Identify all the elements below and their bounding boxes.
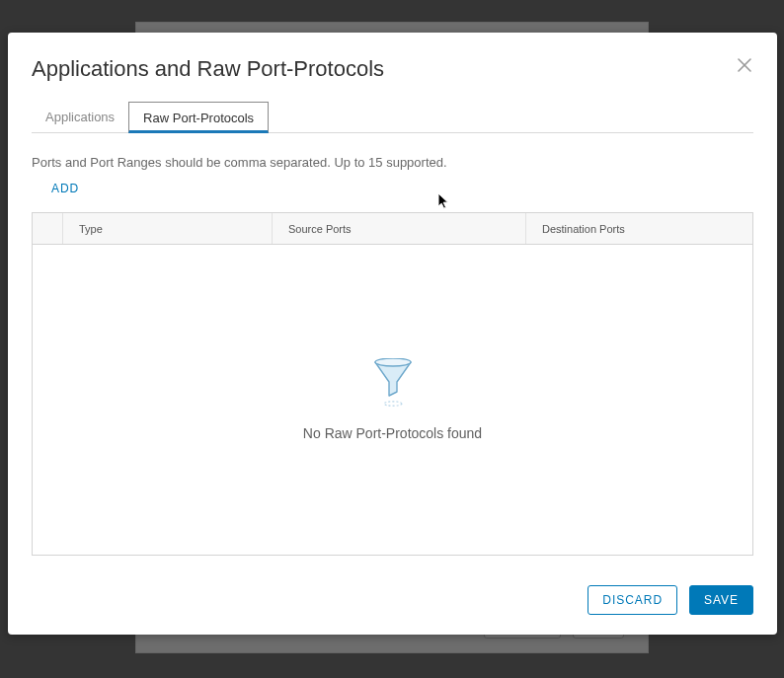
funnel-empty-icon bbox=[370, 358, 416, 408]
svg-point-3 bbox=[384, 402, 402, 406]
save-button[interactable]: SAVE bbox=[689, 585, 753, 615]
column-header-source-ports[interactable]: Source Ports bbox=[273, 213, 526, 244]
hint-text: Ports and Port Ranges should be comma se… bbox=[32, 155, 753, 170]
column-handle bbox=[33, 213, 63, 244]
tab-bar: Applications Raw Port-Protocols bbox=[32, 102, 753, 133]
close-button[interactable] bbox=[734, 54, 755, 76]
port-protocols-table: Type Source Ports Destination Ports No R… bbox=[32, 212, 753, 556]
table-header: Type Source Ports Destination Ports bbox=[33, 213, 752, 245]
table-body-empty: No Raw Port-Protocols found bbox=[33, 245, 752, 555]
close-icon bbox=[738, 58, 751, 72]
column-header-type[interactable]: Type bbox=[63, 213, 273, 244]
modal-footer: DISCARD SAVE bbox=[588, 585, 753, 615]
modal-title: Applications and Raw Port-Protocols bbox=[32, 56, 753, 82]
tab-raw-port-protocols[interactable]: Raw Port-Protocols bbox=[128, 102, 269, 133]
add-button[interactable]: ADD bbox=[51, 182, 79, 195]
tab-applications[interactable]: Applications bbox=[32, 102, 128, 132]
discard-button[interactable]: DISCARD bbox=[588, 585, 677, 615]
column-header-destination-ports[interactable]: Destination Ports bbox=[526, 213, 752, 244]
empty-state-text: No Raw Port-Protocols found bbox=[303, 425, 482, 441]
modal-dialog: Applications and Raw Port-Protocols Appl… bbox=[8, 33, 777, 635]
svg-point-2 bbox=[375, 358, 411, 366]
